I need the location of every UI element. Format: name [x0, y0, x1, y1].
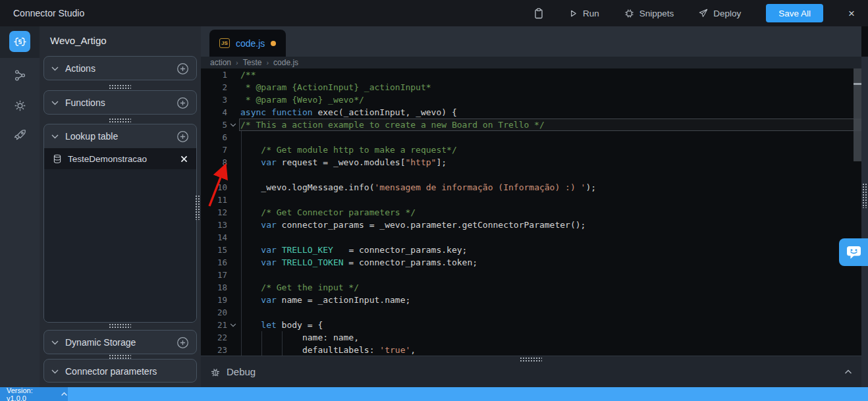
- deploy-label: Deploy: [713, 9, 741, 18]
- modified-dot: [271, 41, 276, 46]
- section-header[interactable]: Lookup table: [44, 124, 196, 148]
- close-icon[interactable]: ×: [848, 8, 855, 19]
- section-resize-handle[interactable]: [109, 118, 131, 123]
- section-header[interactable]: Connector parameters: [44, 360, 196, 383]
- tab-code-js[interactable]: JS code.js: [209, 30, 286, 57]
- line-number: 4: [201, 107, 227, 117]
- lookup-table-item[interactable]: TesteDemonstracao: [44, 148, 196, 169]
- fold-chevron-icon[interactable]: [227, 323, 239, 327]
- code-line[interactable]: 13 var connector_params = _wevo.paramete…: [201, 219, 861, 231]
- chevron-down-icon: [51, 369, 59, 374]
- add-actions-button[interactable]: [176, 63, 189, 75]
- add-functions-button[interactable]: [176, 97, 189, 109]
- section-resize-handle[interactable]: [109, 84, 131, 90]
- code-line-text: var request = _wevo.modules["http"];: [239, 157, 447, 167]
- code-line[interactable]: 7 /* Get module http to make a request*/: [201, 144, 861, 156]
- chevron-up-icon: [61, 392, 68, 396]
- line-number: 9: [201, 170, 227, 180]
- code-line[interactable]: 16 var TRELLO_TOKEN = connector_params.t…: [201, 256, 861, 269]
- clipboard-icon: [533, 8, 544, 19]
- code-line[interactable]: 21 let body = {: [201, 319, 861, 331]
- chat-icon: [846, 246, 861, 259]
- code-line[interactable]: 5/* This a action example to create a ne…: [201, 119, 861, 131]
- panel-resize-handle[interactable]: [195, 195, 200, 220]
- tab-label: code.js: [236, 38, 265, 49]
- debug-resize-handle[interactable]: [520, 357, 542, 362]
- debug-panel-header[interactable]: Debug: [201, 356, 861, 387]
- right-panel-resize-handle[interactable]: [862, 183, 867, 208]
- code-line-text: var connector_params = _wevo.parameter.g…: [239, 220, 585, 230]
- section-resize-handle[interactable]: [109, 354, 131, 360]
- rail-item-connector[interactable]: [9, 31, 30, 52]
- code-line[interactable]: 14: [201, 231, 861, 244]
- breadcrumb-item[interactable]: code.js: [273, 58, 298, 67]
- code-line-text: let body = {: [239, 320, 323, 330]
- code-line-text: /* Get module http to make a request*/: [239, 145, 457, 155]
- lookup-item-close-button[interactable]: [180, 155, 188, 163]
- code-line[interactable]: 3 * @param {Wevo} _wevo*/: [201, 94, 861, 106]
- code-line-text: var name = _actionInput.name;: [239, 295, 410, 305]
- section-header[interactable]: Dynamic Storage: [44, 331, 196, 354]
- main-area: Wevo_Artigo ActionsFunctionsLookup table…: [0, 26, 868, 387]
- code-line[interactable]: 22 name: name,: [201, 331, 861, 344]
- section-label: Lookup table: [65, 131, 170, 142]
- top-bar: Connector Studio Run: [0, 0, 868, 26]
- section-dynamic-storage: Dynamic Storage: [43, 330, 197, 354]
- line-number: 13: [201, 220, 227, 230]
- database-icon: [53, 154, 62, 164]
- run-button[interactable]: Run: [569, 9, 599, 18]
- section-header[interactable]: Functions: [44, 91, 196, 115]
- plus-icon: [176, 63, 189, 75]
- chevron-up-icon: [844, 369, 852, 375]
- code-line[interactable]: 2 * @param {ActionInput} _actionInput*: [201, 81, 861, 94]
- code-line-text: defaultLabels: 'true',: [239, 345, 416, 355]
- breadcrumb-separator: ›: [236, 59, 238, 67]
- fold-chevron-icon[interactable]: [227, 123, 239, 127]
- line-number: 23: [201, 345, 227, 355]
- section-resize-handle[interactable]: [109, 323, 131, 329]
- breadcrumb-item[interactable]: action: [210, 58, 231, 67]
- deploy-icon: [699, 9, 708, 18]
- code-line[interactable]: 12 /* Get Connector parameters */: [201, 206, 861, 219]
- section-label: Dynamic Storage: [65, 337, 170, 348]
- editor: JS code.js action›Teste›code.js 1/**2 * …: [201, 26, 861, 387]
- code-line[interactable]: 6: [201, 131, 861, 144]
- code-line[interactable]: 10 _wevo.logMessage.info('mensagem de in…: [201, 181, 861, 194]
- code-line[interactable]: 17: [201, 269, 861, 281]
- code-line-text: _wevo.logMessage.info('mensagem de infor…: [239, 182, 596, 192]
- code-line[interactable]: 9: [201, 169, 861, 181]
- bug-icon: [210, 367, 221, 377]
- deploy-button[interactable]: Deploy: [699, 9, 741, 18]
- code-line[interactable]: 15 var TRELLO_KEY = connector_params.key…: [201, 244, 861, 256]
- code-line[interactable]: 19 var name = _actionInput.name;: [201, 294, 861, 306]
- rail-item-flow[interactable]: [0, 63, 40, 87]
- code-editor[interactable]: 1/**2 * @param {ActionInput} _actionInpu…: [201, 68, 861, 356]
- section-header[interactable]: Actions: [44, 57, 196, 80]
- add-lookup-table-button[interactable]: [176, 130, 189, 143]
- clipboard-button[interactable]: [533, 8, 544, 19]
- save-all-button[interactable]: Save All: [766, 4, 823, 22]
- breadcrumb-item[interactable]: Teste: [243, 58, 262, 67]
- line-number: 16: [201, 257, 227, 267]
- code-line[interactable]: 11: [201, 194, 861, 206]
- snippets-button[interactable]: Snippets: [624, 9, 674, 18]
- plus-icon: [176, 130, 189, 143]
- code-line[interactable]: 4async function exec(_actionInput, _wevo…: [201, 106, 861, 119]
- run-label: Run: [583, 9, 599, 18]
- rail-item-rocket[interactable]: [0, 123, 40, 147]
- code-line[interactable]: 1/**: [201, 68, 861, 81]
- code-line-text: /* Get the input */: [239, 282, 359, 292]
- code-line-text: async function exec(_actionInput, _wevo)…: [239, 107, 457, 117]
- code-line[interactable]: 20: [201, 306, 861, 319]
- version-selector[interactable]: Version: v1.0.0: [0, 387, 68, 401]
- debug-collapse-button[interactable]: [844, 369, 852, 375]
- line-number: 6: [201, 132, 227, 142]
- chat-widget-button[interactable]: [839, 238, 868, 266]
- code-line[interactable]: 18 /* Get the input */: [201, 281, 861, 294]
- code-line[interactable]: 23 defaultLabels: 'true',: [201, 344, 861, 356]
- settings-icon: [14, 99, 26, 112]
- code-line[interactable]: 8 var request = _wevo.modules["http"];: [201, 156, 861, 169]
- rail-item-settings[interactable]: [0, 94, 40, 117]
- run-icon: [569, 9, 578, 18]
- add-dynamic-storage-button[interactable]: [176, 336, 189, 349]
